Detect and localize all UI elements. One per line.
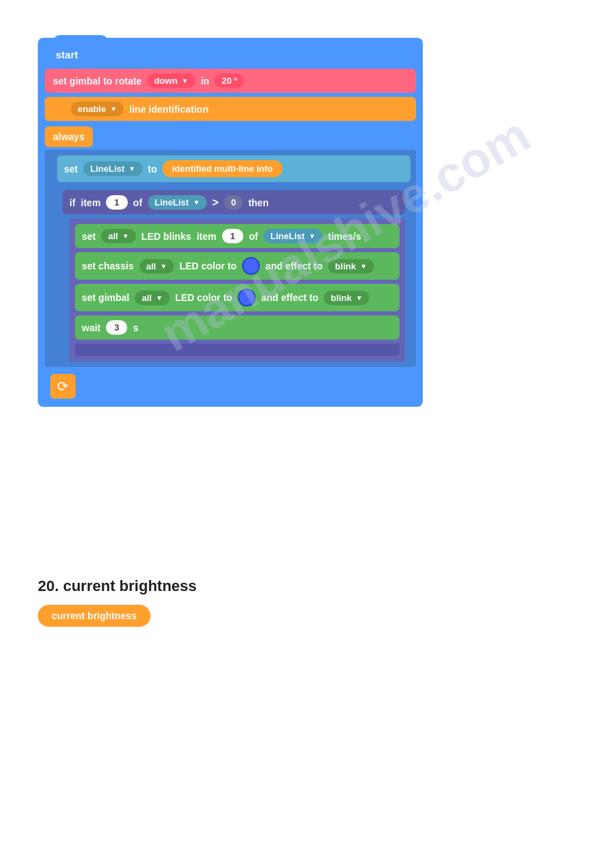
repeat-icon-container[interactable]: ⟳: [50, 374, 76, 399]
bottom-bar: [75, 344, 399, 356]
identified-value: identified multi-line info: [162, 160, 283, 177]
linelist-caret-1: ▼: [129, 165, 135, 173]
if-block-container: if item 1 of LineList ▼ > 0 then: [57, 186, 410, 361]
set-gimbal-block: set gimbal to rotate down ▼ in 20 °: [45, 69, 416, 93]
set-label-led: set: [82, 231, 96, 242]
gt-value: 0: [224, 195, 243, 210]
section-20-title: 20. current brightness: [38, 577, 197, 595]
always-block: always: [45, 126, 93, 147]
enable-dropdown[interactable]: enable ▼: [71, 102, 124, 116]
all-dropdown-chassis[interactable]: all ▼: [140, 259, 174, 274]
and-effect-label-gimbal: and effect to: [261, 292, 318, 303]
blink-dropdown-chassis[interactable]: blink ▼: [328, 259, 373, 274]
all-dropdown-gimbal[interactable]: all ▼: [135, 291, 169, 305]
item-label-if: item: [81, 197, 101, 208]
repeat-icon: ⟳: [57, 378, 69, 394]
section-20: 20. current brightness current brightnes…: [38, 577, 197, 627]
times-label: times/s: [328, 231, 361, 242]
wait-value: 3: [106, 320, 127, 335]
wait-block: wait 3 s: [75, 315, 399, 340]
to-label: to: [148, 164, 157, 175]
degrees-value: 20 °: [215, 74, 244, 88]
set-chassis-label: set chassis: [82, 260, 134, 271]
of-label-led: of: [249, 231, 258, 242]
blink-dropdown-gimbal[interactable]: blink ▼: [324, 291, 369, 305]
linelist-dropdown-led[interactable]: LineList ▼: [263, 229, 322, 243]
set-linelist-block: set LineList ▼ to identified multi-line …: [57, 155, 410, 182]
set-gimbal-label: set gimbal to rotate: [53, 76, 142, 87]
led-color-label-chassis: LED color to: [179, 260, 237, 271]
item-value-led: 1: [222, 229, 243, 243]
set-label: set: [64, 164, 78, 175]
start-label: start: [56, 49, 78, 60]
inner-container: set LineList ▼ to identified multi-line …: [45, 150, 416, 367]
then-label: then: [248, 197, 269, 208]
wait-label: wait: [82, 322, 100, 333]
purple-inner-block: set all ▼ LED blinks item 1 of LineList: [69, 219, 405, 361]
and-effect-label-chassis: and effect to: [265, 260, 322, 271]
direction-dropdown[interactable]: down ▼: [147, 74, 195, 88]
scratch-block-area: start set gimbal to rotate down ▼ in 20 …: [38, 38, 423, 407]
set-chassis-block: set chassis all ▼ LED color to and effec…: [75, 252, 399, 280]
linelist-dropdown-if[interactable]: LineList ▼: [148, 195, 207, 210]
set-gimbal-led-block: set gimbal all ▼ LED color to and effect…: [75, 284, 399, 311]
enable-caret: ▼: [110, 105, 117, 113]
led-blinks-block: set all ▼ LED blinks item 1 of LineList: [75, 224, 399, 248]
if-label: if: [69, 197, 76, 208]
line-id-label: line identification: [129, 104, 208, 115]
set-gimbal-led-label: set gimbal: [82, 292, 129, 303]
start-block: start: [45, 45, 89, 65]
in-label: in: [201, 76, 209, 87]
linelist-caret-if: ▼: [193, 199, 200, 206]
color-swatch-chassis[interactable]: [242, 257, 260, 275]
current-brightness-button[interactable]: current brightness: [38, 605, 151, 627]
linelist-dropdown-1[interactable]: LineList ▼: [83, 162, 142, 176]
outer-block-container: start set gimbal to rotate down ▼ in 20 …: [38, 38, 423, 407]
item-value-if: 1: [106, 195, 127, 210]
led-color-label-gimbal: LED color to: [175, 292, 232, 303]
enable-block: enable ▼ line identification: [45, 97, 416, 121]
item-label-led: item: [197, 231, 217, 242]
s-label: s: [133, 322, 138, 333]
direction-caret: ▼: [182, 77, 188, 85]
if-header: if item 1 of LineList ▼ > 0 then: [63, 190, 405, 214]
color-swatch-gimbal[interactable]: [238, 289, 256, 307]
of-label-if: of: [133, 197, 142, 208]
all-dropdown-led[interactable]: all ▼: [101, 229, 135, 243]
gt-symbol: >: [212, 197, 219, 209]
led-blinks-label: LED blinks: [142, 231, 191, 242]
